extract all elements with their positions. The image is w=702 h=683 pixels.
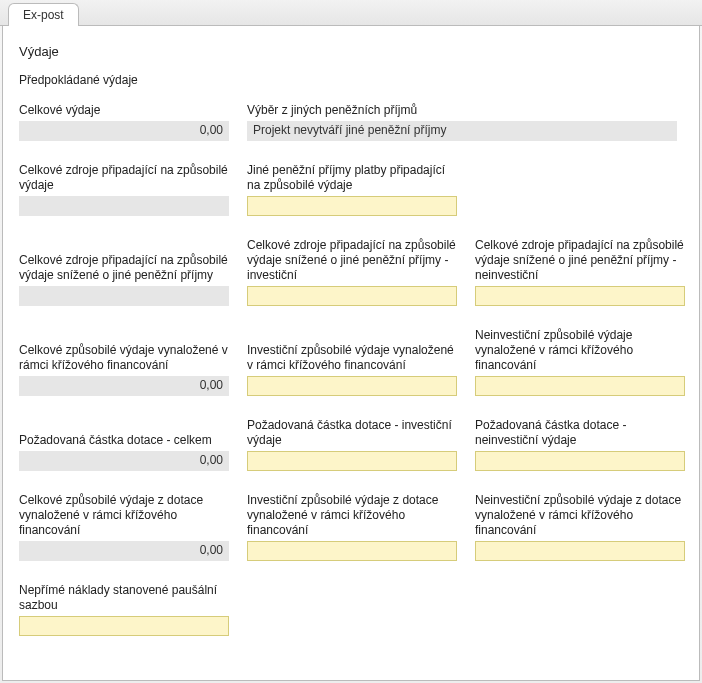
input-row4-c3[interactable]: [475, 541, 685, 561]
input-row4-c2[interactable]: [247, 541, 457, 561]
label-row5-c1: Nepřímé náklady stanovené paušální sazbo…: [19, 583, 229, 613]
label-row4-c3: Neinvestiční způsobilé výdaje z dotace v…: [475, 493, 685, 538]
subsection-title: Předpokládané výdaje: [19, 73, 683, 87]
label-row2-c2: Investiční způsobilé výdaje vynaložené v…: [247, 343, 457, 373]
field-row3-c2: Požadovaná částka dotace - investiční vý…: [247, 418, 457, 471]
input-row0-c2[interactable]: [247, 196, 457, 216]
tab-expost[interactable]: Ex-post: [8, 3, 79, 26]
label-vyber-prijmu: Výběr z jiných peněžních příjmů: [247, 103, 683, 118]
input-row5-c1[interactable]: [19, 616, 229, 636]
label-row2-c3: Neinvestiční způsobilé výdaje vynaložené…: [475, 328, 685, 373]
value-row3-c1: 0,00: [19, 451, 229, 471]
value-row0-c1: [19, 196, 229, 216]
input-row2-c3[interactable]: [475, 376, 685, 396]
label-row0-c2: Jiné peněžní příjmy platby připadající n…: [247, 163, 457, 193]
label-row3-c1: Požadovaná částka dotace - celkem: [19, 433, 229, 448]
label-row1-c1: Celkové zdroje připadající na způsobilé …: [19, 253, 229, 283]
label-row4-c2: Investiční způsobilé výdaje z dotace vyn…: [247, 493, 457, 538]
label-row3-c3: Požadovaná částka dotace - neinvestiční …: [475, 418, 685, 448]
field-row2-c2: Investiční způsobilé výdaje vynaložené v…: [247, 328, 457, 396]
label-celkove-vydaje: Celkové výdaje: [19, 103, 229, 118]
field-row0-c2: Jiné peněžní příjmy platby připadající n…: [247, 163, 457, 216]
field-row1-c1: Celkové zdroje připadající na způsobilé …: [19, 238, 229, 306]
field-row3-c3: Požadovaná částka dotace - neinvestiční …: [475, 418, 685, 471]
field-row5-c1: Nepřímé náklady stanovené paušální sazbo…: [19, 583, 229, 636]
field-celkove-vydaje: Celkové výdaje 0,00: [19, 103, 229, 141]
value-row4-c1: 0,00: [19, 541, 229, 561]
field-vyber-prijmu: Výběr z jiných peněžních příjmů Projekt …: [247, 103, 683, 141]
input-row2-c2[interactable]: [247, 376, 457, 396]
value-vyber-prijmu: Projekt nevytváří jiné peněžní příjmy: [247, 121, 677, 141]
label-row1-c3: Celkové zdroje připadající na způsobilé …: [475, 238, 685, 283]
section-title: Výdaje: [19, 44, 683, 59]
field-row3-c1: Požadovaná částka dotace - celkem0,00: [19, 418, 229, 471]
input-row3-c2[interactable]: [247, 451, 457, 471]
field-row4-c3: Neinvestiční způsobilé výdaje z dotace v…: [475, 493, 685, 561]
tab-bar: Ex-post: [0, 0, 702, 26]
label-row0-c1: Celkové zdroje připadající na způsobilé …: [19, 163, 229, 193]
label-row4-c1: Celkové způsobilé výdaje z dotace vynalo…: [19, 493, 229, 538]
field-row4-c2: Investiční způsobilé výdaje z dotace vyn…: [247, 493, 457, 561]
value-row1-c1: [19, 286, 229, 306]
field-row1-c2: Celkové zdroje připadající na způsobilé …: [247, 238, 457, 306]
input-row1-c3[interactable]: [475, 286, 685, 306]
input-row3-c3[interactable]: [475, 451, 685, 471]
field-row1-c3: Celkové zdroje připadající na způsobilé …: [475, 238, 685, 306]
fields-grid: Celkové zdroje připadající na způsobilé …: [19, 163, 683, 636]
field-row2-c1: Celkové způsobilé výdaje vynaložené v rá…: [19, 328, 229, 396]
label-row1-c2: Celkové zdroje připadající na způsobilé …: [247, 238, 457, 283]
value-row2-c1: 0,00: [19, 376, 229, 396]
field-row2-c3: Neinvestiční způsobilé výdaje vynaložené…: [475, 328, 685, 396]
label-row3-c2: Požadovaná částka dotace - investiční vý…: [247, 418, 457, 448]
field-row0-c1: Celkové zdroje připadající na způsobilé …: [19, 163, 229, 216]
value-celkove-vydaje: 0,00: [19, 121, 229, 141]
panel-expost: Výdaje Předpokládané výdaje Celkové výda…: [2, 26, 700, 681]
input-row1-c2[interactable]: [247, 286, 457, 306]
field-row4-c1: Celkové způsobilé výdaje z dotace vynalo…: [19, 493, 229, 561]
label-row2-c1: Celkové způsobilé výdaje vynaložené v rá…: [19, 343, 229, 373]
